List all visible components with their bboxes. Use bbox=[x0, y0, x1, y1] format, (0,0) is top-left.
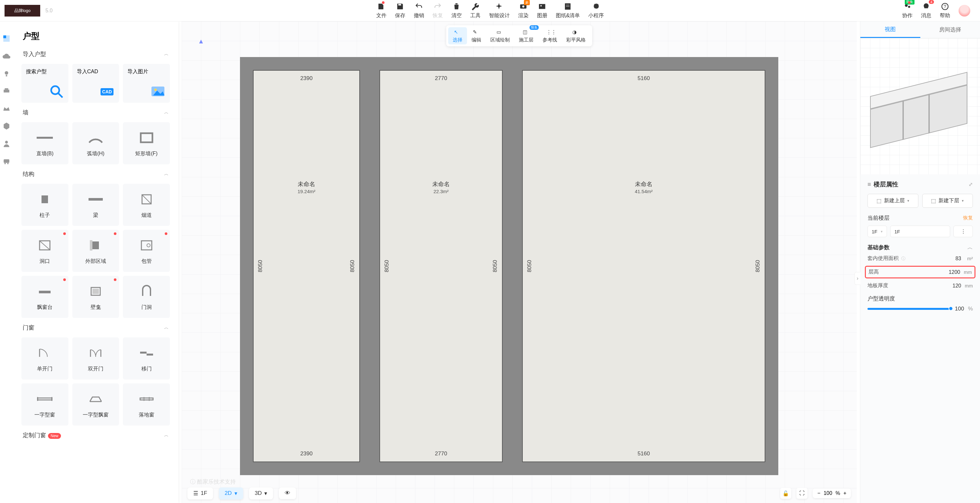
topbar-msg-button[interactable]: 消息4 bbox=[921, 2, 931, 19]
floor-name-input[interactable]: 1F bbox=[890, 225, 950, 237]
topbar-save-button[interactable]: 保存 bbox=[395, 2, 406, 19]
zoom-in-button[interactable]: + bbox=[843, 490, 846, 496]
topbar-render-button[interactable]: 渲染新 bbox=[518, 2, 528, 19]
tab-view[interactable]: 视图 bbox=[860, 21, 920, 38]
topbar-help-button[interactable]: ?帮助 bbox=[940, 2, 950, 19]
fullscreen-button[interactable]: ⛶ bbox=[797, 488, 808, 499]
topbar-collab-button[interactable]: 协作限免 bbox=[902, 2, 913, 19]
canvas-tool-construct[interactable]: ◫施工层限免 bbox=[514, 27, 538, 44]
lock-button[interactable]: 🔓 bbox=[780, 488, 791, 499]
rail-cloud-icon[interactable] bbox=[2, 52, 11, 60]
rail-crown-icon[interactable] bbox=[2, 104, 11, 113]
tool-rect[interactable]: 矩形墙(F) bbox=[123, 122, 170, 164]
tool-straight[interactable]: 直墙(B) bbox=[21, 122, 68, 164]
tab-room-select[interactable]: 房间选择 bbox=[920, 21, 980, 38]
prop-value[interactable]: 83 bbox=[939, 256, 961, 262]
rail-3d-icon[interactable] bbox=[2, 122, 11, 130]
section-door-header[interactable]: 门窗 ︿ bbox=[13, 321, 178, 334]
rail-print-icon[interactable] bbox=[2, 87, 11, 95]
tool-outer[interactable]: 外部区域 bbox=[72, 230, 119, 272]
room[interactable]: 5160516080508050未命名41.54m² bbox=[522, 70, 765, 462]
prop-row-地板厚度[interactable]: 地板厚度120mm bbox=[867, 282, 973, 289]
opacity-slider[interactable] bbox=[867, 308, 951, 310]
new-lower-floor-button[interactable]: ⬚新建下层 bbox=[922, 194, 973, 208]
prop-row-套内使用面积[interactable]: 套内使用面积 ⓘ83m² bbox=[867, 255, 973, 262]
rail-user-icon[interactable] bbox=[2, 140, 11, 148]
section-struct-header[interactable]: 结构 ︿ bbox=[13, 168, 178, 181]
3d-preview[interactable] bbox=[860, 38, 980, 175]
section-wall-header[interactable]: 墙 ︿ bbox=[13, 106, 178, 119]
room[interactable]: 2770277080508050未命名22.3m² bbox=[379, 70, 503, 462]
prop-unit: mm bbox=[960, 269, 972, 275]
topbar-redo-button[interactable]: 恢复 bbox=[433, 2, 443, 19]
visibility-button[interactable]: 👁 bbox=[279, 487, 296, 499]
expand-icon[interactable]: ⤢ bbox=[969, 181, 973, 187]
restore-link[interactable]: 恢复 bbox=[963, 215, 973, 221]
import-search-plan[interactable]: 搜索户型 bbox=[21, 64, 68, 103]
avatar[interactable] bbox=[959, 5, 970, 16]
new-upper-floor-button[interactable]: ⬚新建上层 bbox=[867, 194, 918, 208]
floor-short-select[interactable]: 1F▾ bbox=[867, 225, 887, 237]
canvas-tool-region[interactable]: ▭区域绘制 bbox=[486, 27, 514, 44]
tool-pipe[interactable]: 包管 bbox=[123, 230, 170, 272]
tool-baywin[interactable]: 一字型飘窗 bbox=[72, 383, 119, 425]
prop-value[interactable]: 120 bbox=[939, 283, 961, 289]
view-3d-button[interactable]: 3D ▾ bbox=[249, 487, 274, 500]
canvas-tool-edit[interactable]: ✎编辑 bbox=[467, 27, 486, 44]
section-custom-header[interactable]: 定制门窗New ︿ bbox=[13, 429, 178, 442]
tool-col[interactable]: 柱子 bbox=[21, 184, 68, 226]
canvas-tool-select[interactable]: ↖选择 bbox=[448, 27, 467, 44]
tool-opening[interactable]: 洞口 bbox=[21, 230, 68, 272]
tool-flue[interactable]: 烟道 bbox=[123, 184, 170, 226]
canvas[interactable]: ↖选择✎编辑▭区域绘制◫施工层限免⋮⋮参考线◑彩平风格 239023908050… bbox=[181, 21, 857, 503]
tool-beam[interactable]: 梁 bbox=[72, 184, 119, 226]
room[interactable]: 2390239080508050未命名19.24m² bbox=[253, 70, 360, 462]
topbar-undo-button[interactable]: 撤销 bbox=[414, 2, 424, 19]
dimension-top: 2770 bbox=[435, 75, 447, 82]
topbar-file-button[interactable]: 文件 bbox=[376, 2, 387, 19]
zoom-out-button[interactable]: − bbox=[817, 490, 820, 496]
floor-more-button[interactable]: ⋮ bbox=[953, 225, 973, 237]
floor-selector[interactable]: ☰1F bbox=[188, 487, 213, 500]
topbar-tool-button[interactable]: 工具 bbox=[470, 2, 480, 19]
chevron-up-icon: ︿ bbox=[164, 171, 169, 177]
prop-row-层高[interactable]: 层高1200mm bbox=[865, 266, 975, 278]
section-import-header[interactable]: 导入户型 ︿ bbox=[13, 48, 178, 60]
tool-double[interactable]: 双开门 bbox=[72, 337, 119, 379]
view-2d-button[interactable]: 2D ▾ bbox=[219, 487, 243, 500]
win1-icon bbox=[35, 391, 54, 407]
tool-slide[interactable]: 移门 bbox=[123, 337, 170, 379]
rail-light-icon[interactable] bbox=[2, 69, 11, 78]
properties-panel: 楼层属性⤢ ⬚新建上层 ⬚新建下层 当前楼层 恢复 1F▾ 1F ⋮ 基础参数︿… bbox=[860, 175, 980, 503]
svg-rect-28 bbox=[141, 133, 153, 142]
tool-niche[interactable]: 壁龛 bbox=[72, 276, 119, 318]
topbar-drawing-button[interactable]: 图纸&清单 bbox=[556, 2, 580, 19]
import-cad[interactable]: 导入CAD CAD bbox=[72, 64, 119, 103]
tool-win1[interactable]: 一字型窗 bbox=[21, 383, 68, 425]
floorplan[interactable]: 2390239080508050未命名19.24m²27702770805080… bbox=[240, 57, 778, 475]
info-icon[interactable]: ⓘ bbox=[900, 256, 905, 261]
room-label: 未命名41.54m² bbox=[635, 180, 652, 195]
prop-value[interactable]: 1200 bbox=[937, 269, 960, 275]
tool-floorwin[interactable]: 落地窗 bbox=[123, 383, 170, 425]
tool-win1-label: 一字型窗 bbox=[34, 412, 55, 419]
tool-bay[interactable]: 飘窗台 bbox=[21, 276, 68, 318]
collapse-right-button[interactable]: › bbox=[854, 272, 860, 285]
basic-params-header[interactable]: 基础参数︿ bbox=[867, 244, 973, 251]
topbar-ai-label: 智能设计 bbox=[489, 12, 510, 19]
rail-floorplan-icon[interactable] bbox=[2, 34, 11, 43]
rail-vehicle-icon[interactable] bbox=[2, 157, 11, 165]
topbar-clear-button[interactable]: 清空 bbox=[452, 2, 462, 19]
canvas-tool-style[interactable]: ◑彩平风格 bbox=[562, 27, 590, 44]
canvas-tool-guides[interactable]: ⋮⋮参考线 bbox=[538, 27, 562, 44]
topbar-miniapp-button[interactable]: 小程序 bbox=[588, 2, 604, 19]
redo-icon bbox=[433, 2, 442, 11]
tool-doorhole[interactable]: 门洞 bbox=[123, 276, 170, 318]
import-image[interactable]: 导入图片 bbox=[123, 64, 170, 103]
svg-rect-38 bbox=[39, 291, 51, 293]
topbar-ai-button[interactable]: 智能设计 bbox=[489, 2, 510, 19]
zoom-unit: % bbox=[835, 490, 840, 496]
tool-arc[interactable]: 弧墙(H) bbox=[72, 122, 119, 164]
tool-single[interactable]: 单开门 bbox=[21, 337, 68, 379]
topbar-album-button[interactable]: 图册 bbox=[537, 2, 547, 19]
